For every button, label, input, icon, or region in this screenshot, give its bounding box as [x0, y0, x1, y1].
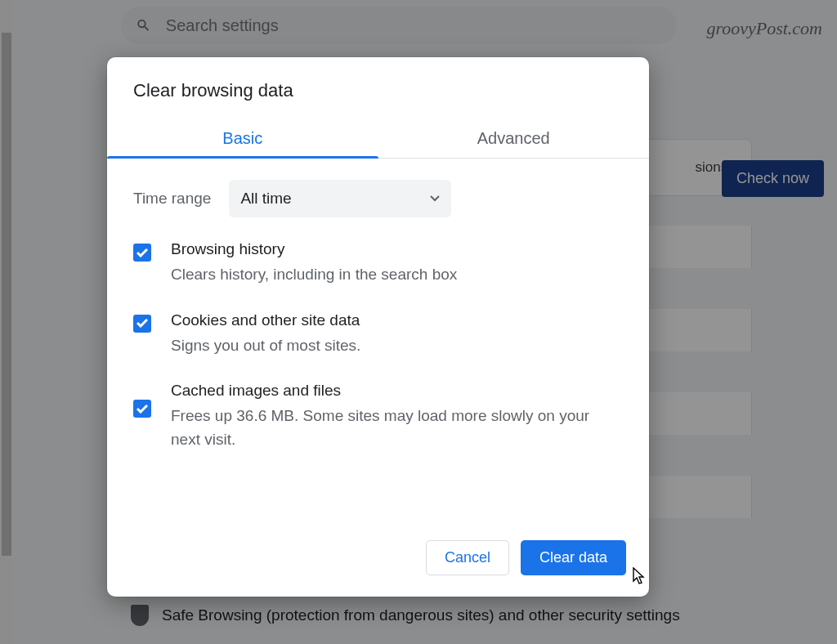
checkbox-cached[interactable]: [133, 400, 151, 418]
tab-advanced[interactable]: Advanced: [378, 118, 650, 158]
option-desc: Frees up 36.6 MB. Some sites may load mo…: [171, 405, 623, 451]
option-cached: Cached images and files Frees up 36.6 MB…: [133, 382, 623, 451]
watermark-text: groovyPost.com: [706, 18, 822, 39]
check-icon: [137, 248, 148, 257]
option-title: Cached images and files: [171, 382, 623, 400]
clear-data-button[interactable]: Clear data: [521, 540, 626, 575]
option-cookies: Cookies and other site data Signs you ou…: [133, 311, 623, 358]
search-icon: [136, 17, 151, 34]
checkbox-cookies[interactable]: [133, 315, 151, 333]
option-title: Cookies and other site data: [171, 311, 360, 329]
search-input[interactable]: [166, 16, 662, 35]
option-title: Browsing history: [171, 240, 457, 258]
chevron-down-icon: [430, 195, 440, 202]
tab-basic[interactable]: Basic: [107, 118, 378, 158]
time-range-value: All time: [240, 190, 291, 208]
option-desc: Clears history, including in the search …: [171, 263, 457, 287]
search-settings-field[interactable]: [121, 7, 677, 44]
check-now-button[interactable]: Check now: [722, 160, 824, 197]
clear-browsing-data-dialog: Clear browsing data Basic Advanced Time …: [107, 57, 649, 597]
safe-browsing-label: Safe Browsing (protection from dangerous…: [162, 606, 680, 624]
time-range-label: Time range: [133, 190, 211, 208]
check-icon: [137, 319, 148, 328]
option-desc: Signs you out of most sites.: [171, 334, 360, 358]
check-icon: [137, 405, 148, 414]
scrollbar-track[interactable]: [0, 0, 13, 644]
shield-icon: [131, 605, 149, 626]
cancel-button[interactable]: Cancel: [426, 540, 509, 575]
safe-browsing-row[interactable]: Safe Browsing (protection from dangerous…: [131, 605, 680, 626]
checkbox-browsing-history[interactable]: [133, 244, 151, 262]
dialog-title: Clear browsing data: [107, 57, 649, 118]
dialog-tabs: Basic Advanced: [107, 118, 649, 159]
scrollbar-thumb[interactable]: [2, 33, 11, 556]
time-range-select[interactable]: All time: [229, 180, 451, 217]
option-browsing-history: Browsing history Clears history, includi…: [133, 240, 623, 287]
